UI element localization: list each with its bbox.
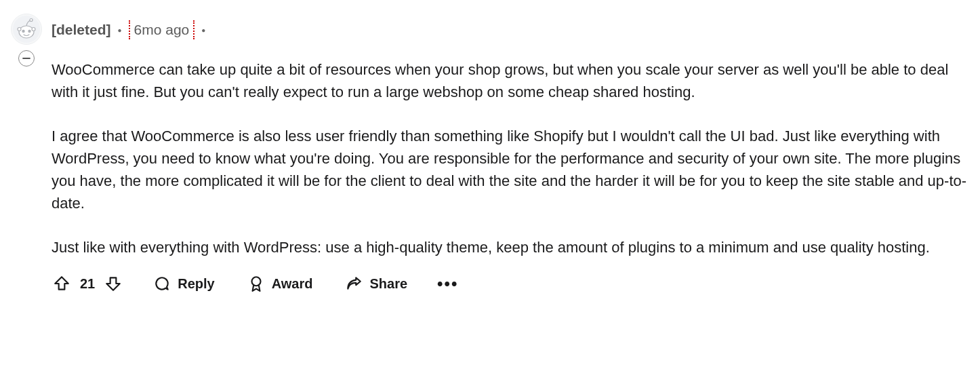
svg-point-6 [30, 19, 33, 22]
svg-point-3 [28, 30, 30, 33]
vote-group: 21 [52, 273, 123, 294]
comment-actions: 21 Reply Award [52, 272, 969, 295]
separator-dot: ● [118, 26, 122, 34]
comment-icon [153, 275, 171, 292]
comment-header: [deleted] ● 6mo ago ● [52, 20, 969, 39]
reply-label: Reply [178, 276, 214, 292]
award-icon [247, 275, 265, 292]
comment-paragraph: Just like with everything with WordPress… [52, 236, 969, 258]
more-options-button[interactable]: ••• [437, 274, 458, 293]
separator-dot: ● [201, 26, 205, 34]
comment-paragraph: WooCommerce can take up quite a bit of r… [52, 58, 969, 103]
svg-point-8 [251, 277, 260, 286]
comment-timestamp[interactable]: 6mo ago [129, 20, 195, 39]
comment-paragraph: I agree that WooCommerce is also less us… [52, 125, 969, 214]
comment-body: WooCommerce can take up quite a bit of r… [52, 58, 969, 258]
comment-left-column [11, 14, 42, 66]
thread-line [11, 45, 42, 66]
svg-point-4 [18, 28, 21, 31]
svg-point-5 [32, 28, 35, 31]
reply-button[interactable]: Reply [150, 272, 217, 295]
share-button[interactable]: Share [342, 272, 410, 295]
snoo-avatar-icon [13, 16, 40, 43]
minus-icon [22, 54, 31, 63]
downvote-button[interactable] [103, 273, 123, 294]
vote-score: 21 [80, 276, 95, 292]
upvote-icon [53, 275, 70, 292]
collapse-button[interactable] [18, 50, 35, 66]
comment-content: [deleted] ● 6mo ago ● WooCommerce can ta… [52, 14, 969, 295]
downvote-icon [104, 275, 122, 292]
ellipsis-icon: ••• [437, 274, 458, 292]
share-icon [345, 275, 363, 292]
award-label: Award [272, 276, 313, 292]
comment: [deleted] ● 6mo ago ● WooCommerce can ta… [11, 14, 969, 295]
upvote-button[interactable] [52, 273, 72, 294]
share-label: Share [369, 276, 407, 292]
comment-author[interactable]: [deleted] [52, 22, 111, 38]
svg-point-1 [19, 26, 34, 38]
award-button[interactable]: Award [245, 272, 316, 295]
svg-point-2 [22, 30, 24, 33]
avatar[interactable] [11, 14, 42, 45]
